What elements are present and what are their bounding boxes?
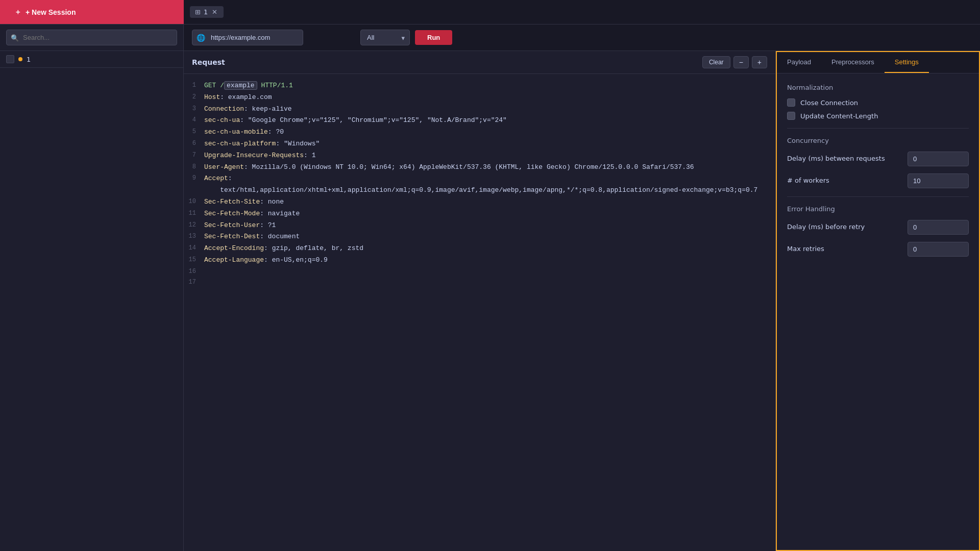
- globe-icon: 🌐: [197, 34, 205, 42]
- delay-requests-label: Delay (ms) between requests: [787, 154, 901, 163]
- search-input[interactable]: [6, 30, 177, 45]
- filter-icon: ⊞: [195, 8, 201, 16]
- code-line: 6 sec-ch-ua-platform: "Windows": [184, 138, 775, 150]
- right-tabs: Payload Preprocessors Settings: [777, 52, 979, 73]
- code-line: 14 Accept-Encoding: gzip, deflate, br, z…: [184, 243, 775, 255]
- code-line: 17: [184, 277, 775, 288]
- plus-icon: ＋: [14, 8, 21, 17]
- panel-actions: Clear − +: [702, 56, 767, 68]
- content-area: 🌐 All GET POST PUT DELETE PATCH Run: [184, 24, 980, 551]
- main-layout: 🔍 1 🌐 All GET POST PUT DELETE: [0, 24, 980, 551]
- section-divider-2: [787, 196, 969, 197]
- close-connection-checkbox[interactable]: [787, 98, 795, 107]
- item-status-dot: [18, 57, 22, 61]
- max-retries-input[interactable]: [908, 242, 969, 257]
- delay-requests-input[interactable]: [908, 152, 969, 166]
- code-line: text/html,application/xhtml+xml,applicat…: [184, 185, 775, 196]
- tab-area: ⊞ 1 ✕: [184, 0, 230, 24]
- right-panel: Payload Preprocessors Settings Normaliza…: [776, 51, 980, 551]
- sidebar-item-checkbox[interactable]: [6, 55, 14, 63]
- search-wrapper: 🔍: [6, 30, 177, 45]
- section-divider-1: [787, 128, 969, 129]
- url-input[interactable]: [192, 30, 303, 45]
- search-icon: 🔍: [11, 34, 19, 41]
- request-panel-header: Request Clear − +: [184, 51, 775, 74]
- tab-payload[interactable]: Payload: [777, 52, 821, 73]
- concurrency-title: Concurrency: [787, 137, 969, 144]
- code-line: 9 Accept:: [184, 173, 775, 185]
- sidebar-item-1[interactable]: 1: [0, 51, 183, 68]
- code-line: 8 User-Agent: Mozilla/5.0 (Windows NT 10…: [184, 162, 775, 173]
- update-content-length-row: Update Content-Length: [787, 112, 969, 120]
- url-bar: 🌐 All GET POST PUT DELETE PATCH Run: [184, 24, 980, 51]
- method-select[interactable]: All GET POST PUT DELETE PATCH: [360, 30, 410, 45]
- normalization-title: Normalization: [787, 84, 969, 91]
- close-connection-label: Close Connection: [800, 99, 858, 107]
- new-session-label: + New Session: [26, 8, 76, 16]
- code-line: 3 Connection: keep-alive: [184, 104, 775, 115]
- code-line: 11 Sec-Fetch-Mode: navigate: [184, 208, 775, 220]
- request-response: Request Clear − + 1 GET /example HTTP/1.…: [184, 51, 980, 551]
- plus-button[interactable]: +: [752, 56, 767, 68]
- code-line: 10 Sec-Fetch-Site: none: [184, 196, 775, 208]
- workers-row: # of workers: [787, 173, 969, 188]
- sidebar-item-label: 1: [27, 56, 31, 63]
- workers-label: # of workers: [787, 176, 901, 185]
- top-bar: ＋ + New Session ⊞ 1 ✕: [0, 0, 980, 24]
- delay-retry-label: Delay (ms) before retry: [787, 222, 901, 232]
- right-content: Normalization Close Connection Update Co…: [777, 73, 979, 550]
- tab-settings[interactable]: Settings: [885, 52, 929, 73]
- update-content-length-checkbox[interactable]: [787, 112, 795, 120]
- search-bar: 🔍: [0, 24, 183, 51]
- code-line: 16: [184, 266, 775, 277]
- code-line: 12 Sec-Fetch-User: ?1: [184, 220, 775, 232]
- tab-item-1[interactable]: ⊞ 1 ✕: [190, 6, 224, 18]
- method-wrapper: All GET POST PUT DELETE PATCH: [360, 30, 410, 45]
- request-title: Request: [192, 58, 225, 66]
- code-line: 13 Sec-Fetch-Dest: document: [184, 231, 775, 243]
- tab-number: 1: [204, 8, 208, 16]
- tab-close-button[interactable]: ✕: [211, 8, 218, 16]
- delay-requests-row: Delay (ms) between requests: [787, 152, 969, 166]
- close-connection-row: Close Connection: [787, 98, 969, 107]
- url-wrapper: 🌐: [192, 30, 355, 45]
- code-line: 5 sec-ch-ua-mobile: ?0: [184, 127, 775, 138]
- code-line: 15 Accept-Language: en-US,en;q=0.9: [184, 255, 775, 266]
- workers-input[interactable]: [908, 173, 969, 188]
- code-line: 4 sec-ch-ua: "Google Chrome";v="125", "C…: [184, 115, 775, 127]
- error-handling-title: Error Handling: [787, 205, 969, 213]
- max-retries-label: Max retries: [787, 244, 901, 254]
- code-line: 7 Upgrade-Insecure-Requests: 1: [184, 150, 775, 162]
- new-session-button[interactable]: ＋ + New Session: [0, 0, 184, 24]
- code-line: 1 GET /example HTTP/1.1: [184, 80, 775, 92]
- request-panel: Request Clear − + 1 GET /example HTTP/1.…: [184, 51, 776, 551]
- update-content-length-label: Update Content-Length: [800, 112, 878, 120]
- code-line: 2 Host: example.com: [184, 92, 775, 104]
- minus-button[interactable]: −: [733, 56, 749, 68]
- delay-retry-row: Delay (ms) before retry: [787, 220, 969, 235]
- tab-preprocessors[interactable]: Preprocessors: [821, 52, 885, 73]
- max-retries-row: Max retries: [787, 242, 969, 257]
- sidebar: 🔍 1: [0, 24, 184, 551]
- clear-button[interactable]: Clear: [702, 56, 730, 68]
- run-button[interactable]: Run: [415, 30, 452, 45]
- code-editor: 1 GET /example HTTP/1.1 2 Host: example.…: [184, 74, 775, 551]
- delay-retry-input[interactable]: [908, 220, 969, 235]
